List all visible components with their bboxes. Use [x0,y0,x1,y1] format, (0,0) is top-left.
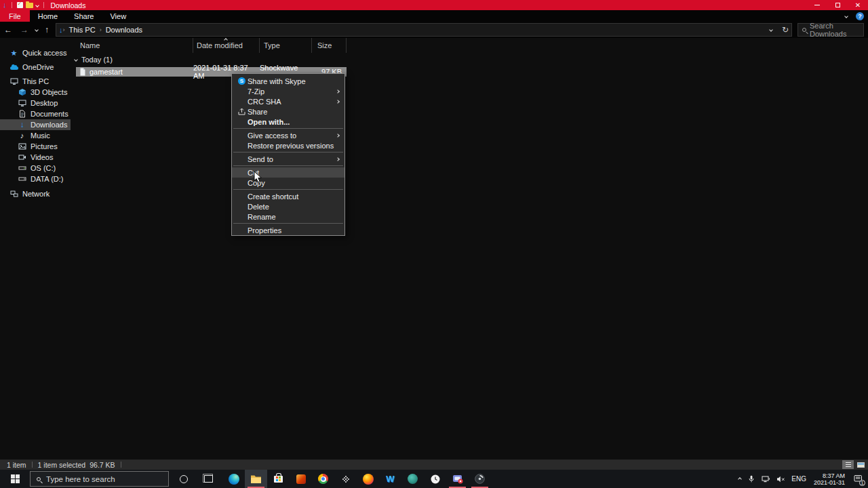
share-icon [236,108,248,115]
cortana-icon[interactable] [180,475,188,483]
microphone-icon[interactable] [747,475,755,483]
minimize-button[interactable] [807,0,827,10]
tab-view[interactable]: View [102,10,134,22]
menu-item-open-with[interactable]: Open with... [232,117,344,127]
details-view-button[interactable] [842,460,854,469]
menu-item-7zip[interactable]: 7-Zip [232,86,344,96]
address-dropdown-chevron[interactable] [769,28,773,32]
taskbar-app-firefox[interactable] [357,470,379,488]
selection-count: 1 item selected [38,461,86,469]
taskbar-app-edge[interactable] [222,470,245,488]
menu-item-give-access-to[interactable]: Give access to [232,130,344,140]
collapse-group-chevron[interactable] [74,58,78,62]
customize-toolbar-chevron[interactable] [35,3,39,7]
menu-item-properties[interactable]: Properties [232,225,344,235]
task-view-icon[interactable] [204,475,213,483]
group-header-today[interactable]: Today (1) [75,56,113,64]
menu-item-label: Create shortcut [236,192,298,201]
taskbar-app-w[interactable]: W [379,470,401,488]
download-arrow-icon: ↓ [18,121,26,129]
hidden-icons-chevron[interactable] [738,477,742,481]
taskbar-app-office[interactable] [290,470,312,488]
tab-share[interactable]: Share [66,10,102,22]
speaker-muted-icon[interactable] [776,475,785,483]
menu-item-copy[interactable]: Copy [232,178,344,188]
sidebar-item-os-c[interactable]: OS (C:) [0,163,71,174]
taskbar-app-obs[interactable] [469,470,491,488]
tab-file[interactable]: File [0,10,30,22]
breadcrumb-downloads[interactable]: Downloads [102,26,146,34]
address-field[interactable]: ↓ › This PC › Downloads ↻ [56,23,792,37]
tab-home[interactable]: Home [30,10,66,22]
refresh-icon[interactable]: ↻ [782,25,789,35]
up-icon[interactable]: ↑ [45,26,49,34]
sidebar-item-documents[interactable]: Documents [0,108,71,119]
video-icon [18,153,26,161]
column-header-name[interactable]: Name [71,38,193,53]
context-menu: S Share with Skype 7-Zip CRC SHA Share O… [231,73,345,236]
thumbnails-view-button[interactable] [855,460,867,469]
taskbar-app-capture[interactable] [446,470,469,488]
forward-icon[interactable]: → [20,26,28,34]
sidebar-item-onedrive[interactable]: OneDrive [0,62,71,73]
taskbar-clock[interactable]: 8:37 AM 2021-01-31 [814,472,845,486]
taskbar-search-placeholder: Type here to search [46,475,115,483]
menu-item-share-with-skype[interactable]: S Share with Skype [232,76,344,86]
taskbar-app-teal[interactable] [401,470,424,488]
star-icon: ★ [9,49,18,57]
submenu-chevron-icon [336,89,340,94]
action-center-button[interactable]: 1 [854,474,863,484]
sidebar-item-videos[interactable]: Videos [0,152,71,163]
sidebar-item-this-pc[interactable]: This PC [0,76,71,87]
taskbar-app-chrome[interactable] [312,470,334,488]
sidebar-item-quick-access[interactable]: ★ Quick access [0,47,71,58]
recent-locations-chevron[interactable] [35,28,39,32]
taskbar-app-dotted[interactable] [334,470,357,488]
dotted-app-icon [342,475,350,483]
menu-item-cut[interactable]: Cut [232,167,344,178]
menu-item-label: Share with Skype [248,77,306,85]
submenu-chevron-icon [336,100,340,104]
sidebar-item-music[interactable]: ♪ Music [0,130,71,141]
sidebar-item-network[interactable]: Network [0,188,71,199]
menu-item-crc-sha[interactable]: CRC SHA [232,96,344,106]
search-icon [802,28,806,32]
new-folder-icon[interactable] [26,3,33,8]
sidebar-item-pictures[interactable]: Pictures [0,141,71,152]
column-label: Name [80,41,100,49]
expand-ribbon-chevron-icon[interactable] [844,14,848,18]
back-icon[interactable]: ← [4,26,12,34]
taskbar-app-clock[interactable] [424,470,446,488]
start-button[interactable] [0,470,30,488]
sidebar-item-3d-objects[interactable]: 3D Objects [0,87,71,98]
sidebar-item-desktop[interactable]: Desktop [0,98,71,108]
tray-time: 8:37 AM [814,472,845,479]
properties-check-icon[interactable] [17,2,23,8]
submenu-chevron-icon [336,157,340,161]
menu-item-delete[interactable]: Delete [232,201,344,211]
taskbar-app-microsoft-store[interactable] [267,470,290,488]
taskbar-app-file-explorer[interactable] [245,470,267,488]
menu-item-restore-previous-versions[interactable]: Restore previous versions [232,140,344,150]
status-bar: 1 item 1 item selected 96.7 KB [0,460,868,470]
taskbar-search-input[interactable]: Type here to search [30,471,169,487]
sidebar-item-label: OS (C:) [31,164,56,172]
sidebar-item-downloads[interactable]: ↓ Downloads [0,119,71,130]
display-icon[interactable] [762,475,770,483]
sidebar-item-label: Music [31,131,50,140]
maximize-button[interactable] [827,0,848,10]
menu-item-rename[interactable]: Rename [232,211,344,222]
breadcrumb-this-pc[interactable]: This PC [65,26,100,34]
column-header-date-modified[interactable]: Date modified [193,38,260,53]
menu-item-create-shortcut[interactable]: Create shortcut [232,191,344,201]
column-headers: Name Date modified Type Size [71,38,868,53]
explorer-search-input[interactable]: Search Downloads [797,23,864,37]
menu-item-send-to[interactable]: Send to [232,154,344,164]
language-indicator[interactable]: ENG [791,475,806,483]
sidebar-item-data-d[interactable]: DATA (D:) [0,174,71,184]
close-button[interactable]: ✕ [848,0,868,10]
menu-item-share[interactable]: Share [232,106,344,117]
help-icon[interactable]: ? [856,12,864,20]
column-header-type[interactable]: Type [260,38,312,53]
column-header-size[interactable]: Size [312,38,347,53]
